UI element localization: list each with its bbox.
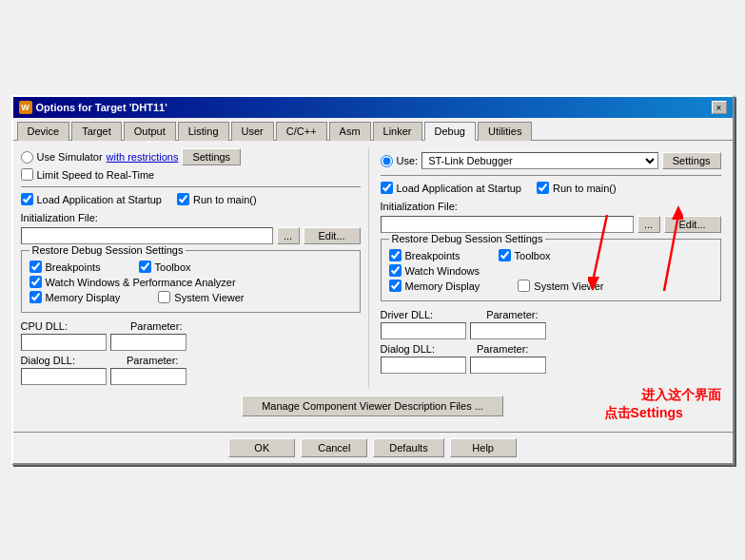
tab-output[interactable]: Output (124, 122, 176, 141)
right-memory-checkbox[interactable] (389, 280, 402, 292)
left-edit-button[interactable]: Edit... (304, 227, 361, 244)
right-memory-label: Memory Display (405, 280, 480, 292)
left-watch-label: Watch Windows & Performance Analyzer (46, 277, 236, 288)
left-dialog-dll-input[interactable]: DCM.DLL (21, 368, 107, 385)
right-restore-group-title: Restore Debug Session Settings (389, 233, 546, 244)
cancel-button[interactable]: Cancel (301, 438, 367, 457)
right-load-app-row: Load Application at Startup (381, 182, 521, 194)
left-toolbox-checkbox[interactable] (139, 261, 151, 273)
right-driver-dll-label: Driver DLL: (381, 309, 434, 320)
simulator-row: Use Simulator with restrictions Settings (21, 148, 361, 165)
left-breakpoints-label: Breakpoints (46, 261, 101, 273)
svg-marker-1 (672, 205, 683, 220)
left-run-main-checkbox[interactable] (177, 193, 189, 205)
manage-cvd-button[interactable]: Manage Component Viewer Description File… (242, 396, 503, 416)
right-breakpoints-label: Breakpoints (405, 250, 461, 261)
left-sysviewer-checkbox[interactable] (158, 291, 170, 303)
right-dialog-dll-label: Dialog DLL: (381, 343, 435, 355)
left-memory-row: Memory Display (29, 291, 121, 303)
right-driver-param-input[interactable] (470, 322, 546, 339)
tab-device[interactable]: Device (17, 122, 70, 141)
left-run-main-label: Run to main() (193, 194, 257, 205)
red-arrows (588, 186, 683, 300)
right-breakpoints-checkbox[interactable] (389, 249, 402, 261)
right-dialog-dll-input[interactable]: TCM.DLL (381, 357, 466, 374)
defaults-button[interactable]: Defaults (373, 438, 443, 457)
left-browse-button[interactable]: ... (277, 227, 300, 244)
tab-utilities[interactable]: Utilities (478, 122, 532, 141)
simulator-radio[interactable] (21, 151, 33, 164)
left-dialog-dll-row: DCM.DLL -pCM3 (21, 368, 361, 385)
svg-line-0 (664, 215, 678, 291)
left-settings-button[interactable]: Settings (182, 148, 241, 165)
left-load-app-checkbox[interactable] (21, 193, 33, 205)
tab-debug[interactable]: Debug (424, 122, 476, 141)
tab-user[interactable]: User (231, 122, 274, 141)
left-toolbox-label: Toolbox (155, 261, 191, 273)
left-cpu-dll-input[interactable]: SARMCM3.DLL (21, 334, 107, 351)
right-toolbox-checkbox[interactable] (499, 249, 511, 261)
left-dialog-param-input[interactable]: -pCM3 (110, 368, 186, 385)
left-dialog-param-label: Parameter: (127, 355, 178, 366)
right-toolbox-row: Toolbox (499, 249, 551, 261)
main-window: W Options for Target 'DHT11' × Device Ta… (11, 95, 735, 465)
right-debugger-select[interactable]: ST-Link Debugger (422, 152, 658, 169)
right-sysviewer-checkbox[interactable] (518, 280, 530, 292)
right-dialog-param-input[interactable]: -pCM3 (470, 357, 546, 374)
annotation-text: 进入这个界面 点击Settings (604, 387, 721, 421)
left-restore-group: Restore Debug Session Settings Breakpoin… (21, 250, 361, 313)
right-toolbox-label: Toolbox (515, 250, 551, 261)
limit-speed-row: Limit Speed to Real-Time (21, 168, 361, 181)
left-toolbox-row: Toolbox (139, 261, 191, 273)
left-memory-label: Memory Display (46, 292, 121, 303)
limit-speed-checkbox[interactable] (21, 168, 33, 181)
two-column-layout: Use Simulator with restrictions Settings… (21, 148, 725, 388)
left-dialog-dll-label: Dialog DLL: (21, 355, 75, 366)
svg-marker-3 (588, 277, 599, 291)
tab-listing[interactable]: Listing (178, 122, 229, 141)
left-restore-group-title: Restore Debug Session Settings (29, 244, 186, 256)
annotation-overlay: 进入这个界面 点击Settings (604, 367, 721, 479)
tab-bar: Device Target Output Listing User C/C++ … (13, 118, 733, 141)
tab-linker[interactable]: Linker (373, 122, 422, 141)
right-use-radio[interactable] (381, 155, 393, 167)
right-driver-dll-row: SARMCM3.DLL (381, 322, 721, 339)
right-driver-param-label: Parameter: (486, 309, 538, 320)
right-use-label: Use: (397, 155, 419, 166)
left-sysviewer-row: System Viewer (158, 291, 244, 303)
help-button[interactable]: Help (450, 438, 517, 457)
right-driver-dll-input[interactable]: SARMCM3.DLL (381, 322, 466, 339)
close-button[interactable]: × (712, 101, 727, 114)
simulator-label: Use Simulator (37, 151, 103, 163)
left-cpu-param-input[interactable]: -REMAP (110, 334, 186, 351)
title-bar-left: W Options for Target 'DHT11' (19, 101, 167, 114)
left-watch-row: Watch Windows & Performance Analyzer (29, 276, 352, 288)
window-title: Options for Target 'DHT11' (36, 102, 167, 113)
title-bar: W Options for Target 'DHT11' × (13, 97, 733, 118)
left-cpu-dll-row: SARMCM3.DLL -REMAP (21, 334, 361, 351)
right-use-row: Use: ST-Link Debugger Settings (381, 152, 721, 169)
with-restrictions-link[interactable]: with restrictions (107, 151, 179, 163)
tab-cpp[interactable]: C/C++ (276, 122, 327, 141)
right-panel: Use: ST-Link Debugger Settings Load Appl… (377, 148, 725, 388)
left-load-app-label: Load Application at Startup (37, 194, 162, 205)
right-run-main-checkbox[interactable] (537, 182, 549, 194)
right-watch-label: Watch Windows (405, 265, 480, 277)
ok-button[interactable]: OK (228, 438, 295, 457)
tab-target[interactable]: Target (71, 122, 122, 141)
right-watch-checkbox[interactable] (389, 264, 402, 277)
right-dll-section: Driver DLL: Parameter: SARMCM3.DLL Dialo… (381, 309, 721, 374)
left-breakpoints-checkbox[interactable] (29, 261, 42, 273)
svg-line-2 (593, 215, 607, 281)
left-memory-checkbox[interactable] (29, 291, 42, 303)
right-settings-button[interactable]: Settings (662, 152, 721, 169)
right-memory-row: Memory Display (389, 280, 480, 292)
tab-asm[interactable]: Asm (329, 122, 371, 141)
left-init-file-input[interactable] (21, 227, 273, 244)
right-dialog-param-label: Parameter: (477, 343, 528, 355)
right-load-app-checkbox[interactable] (381, 182, 393, 194)
left-restore-content: Breakpoints Toolbox Watch Windows & Perf… (29, 261, 352, 306)
left-run-main-row: Run to main() (177, 193, 257, 205)
left-sysviewer-label: System Viewer (174, 292, 244, 303)
left-watch-checkbox[interactable] (29, 276, 42, 288)
